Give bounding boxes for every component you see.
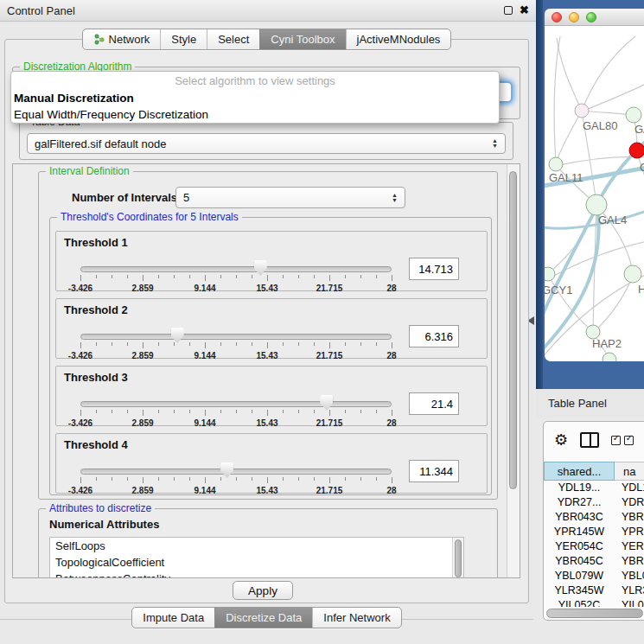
thresholds-group: Threshold's Coordinates for 5 Intervals …: [49, 217, 492, 495]
column-header-name[interactable]: na: [615, 462, 644, 481]
tab-style[interactable]: Style: [160, 29, 207, 49]
slider-thumb[interactable]: [220, 462, 233, 478]
threshold-4-value-field[interactable]: [409, 460, 459, 482]
horizontal-scrollbar[interactable]: [546, 609, 643, 618]
split-view-icon[interactable]: [580, 432, 599, 448]
vertical-scrollbar[interactable]: [507, 164, 520, 577]
popup-option-equal-width-frequency[interactable]: Equal Width/Frequency Discretization: [11, 106, 499, 123]
table-panel-title: Table Panel: [548, 397, 607, 410]
threshold-4-box: Threshold 4 -3.4262.8599.14415.4321.7152…: [55, 433, 488, 494]
threshold-2-slider[interactable]: -3.4262.8599.14415.4321.71528: [80, 330, 392, 360]
list-scrollbar[interactable]: [452, 538, 463, 578]
tab-cyni-toolbox[interactable]: Cyni Toolbox: [259, 29, 345, 49]
network-node[interactable]: [629, 143, 644, 158]
scrollbar-thumb[interactable]: [509, 171, 517, 489]
network-graph[interactable]: GAL80GAL11GAL4GCY1HHAP2GAC: [545, 26, 644, 361]
tab-network[interactable]: Network: [83, 29, 161, 49]
table-rows: YDL19...YDL1YDR27...YDR2YBR043CYBR0YPR14…: [544, 481, 644, 607]
tab-impute-data[interactable]: Impute Data: [132, 608, 214, 628]
attribute-list-item[interactable]: SelfLoops: [50, 538, 463, 554]
network-node-gcy1[interactable]: [545, 267, 555, 281]
table-row[interactable]: YDR27...YDR2: [544, 495, 644, 510]
network-node[interactable]: [603, 353, 616, 361]
threshold-3-label: Threshold 3: [64, 371, 128, 384]
combo-stepper-icon: ▲▼: [487, 138, 498, 149]
tab-discretize-data[interactable]: Discretize Data: [214, 608, 312, 628]
table-data-combo[interactable]: galFiltered.sif default node ▲▼: [27, 133, 506, 154]
network-edge[interactable]: [554, 36, 560, 164]
checkbox-icon[interactable]: [611, 436, 621, 445]
node-label-partial: GA: [634, 123, 644, 136]
slider-thumb[interactable]: [171, 328, 184, 343]
table-panel-card: ⚙ shared... na YDL19...YDL1YDR27...YDR2Y…: [543, 421, 644, 621]
slider-ticks: [80, 342, 392, 349]
slider-track[interactable]: [80, 401, 392, 407]
number-of-intervals-value: 5: [183, 191, 189, 204]
tab-infer-network[interactable]: Infer Network: [312, 608, 400, 628]
threshold-1-value-field[interactable]: [409, 258, 459, 280]
network-node-gal80[interactable]: [575, 104, 589, 118]
table-data-group: Table Data galFiltered.sif default node …: [19, 122, 513, 160]
interval-definition-group: Interval Definition Number of Intervals …: [38, 171, 498, 500]
network-node[interactable]: [626, 107, 641, 123]
threshold-3-slider[interactable]: -3.4262.8599.14415.4321.71528: [80, 398, 392, 427]
algorithm-dropdown-popup: Select algorithm to view settings Manual…: [10, 71, 500, 124]
apply-button[interactable]: Apply: [233, 581, 293, 600]
network-edge[interactable]: [582, 36, 635, 111]
network-node-h[interactable]: [624, 265, 641, 283]
node-label: HAP2: [592, 337, 622, 350]
attribute-list-item[interactable]: TopologicalCoefficient: [50, 554, 463, 571]
network-view-window: GAL80GAL11GAL4GCY1HHAP2GAC: [545, 9, 644, 361]
network-edge[interactable]: [557, 38, 582, 111]
network-window-titlebar[interactable]: [545, 9, 644, 26]
float-window-icon[interactable]: [504, 6, 513, 15]
node-label: GAL80: [583, 119, 617, 132]
popup-option-manual-discretization[interactable]: Manual Discretization: [11, 90, 499, 106]
table-row[interactable]: YDL19...YDL1: [544, 481, 644, 495]
table-toolbar: ⚙: [544, 422, 644, 458]
slider-track[interactable]: [80, 469, 392, 475]
threshold-2-value-field[interactable]: [409, 325, 459, 348]
slider-track[interactable]: [80, 266, 392, 272]
table-row[interactable]: YIL052CYIL0: [544, 598, 644, 607]
threshold-3-value-field[interactable]: [409, 392, 459, 415]
network-edge[interactable]: [556, 111, 582, 163]
bottom-tab-bar: Impute Data Discretize Data Infer Networ…: [0, 607, 533, 628]
threshold-1-slider[interactable]: -3.4262.8599.14415.4321.71528: [80, 263, 392, 292]
slider-thumb[interactable]: [254, 260, 267, 276]
network-canvas[interactable]: GAL80GAL11GAL4GCY1HHAP2GAC: [545, 26, 644, 361]
number-of-intervals-combo[interactable]: 5 ▲▼: [175, 187, 405, 208]
table-row[interactable]: YER054CYER0: [544, 539, 644, 554]
network-node-gal4[interactable]: [586, 194, 607, 215]
numerical-attributes-heading: Numerical Attributes: [49, 518, 159, 531]
slider-tick-labels: -3.4262.8599.14415.4321.71528: [80, 486, 392, 496]
table-row[interactable]: YLR345WYLR3: [544, 583, 644, 598]
scrollbar-thumb[interactable]: [546, 609, 643, 618]
gear-icon[interactable]: ⚙: [554, 432, 568, 448]
thresholds-group-title: Threshold's Coordinates for 5 Intervals: [57, 211, 242, 223]
minimize-traffic-light-icon[interactable]: [569, 12, 579, 22]
close-icon[interactable]: ✖: [520, 6, 529, 15]
close-traffic-light-icon[interactable]: [552, 12, 562, 22]
table-row[interactable]: YPR145WYPR1: [544, 525, 644, 539]
table-row[interactable]: YBR045CYBR0: [544, 554, 644, 569]
tab-jactivemnodules[interactable]: jActiveMNodules: [346, 29, 451, 49]
table-row[interactable]: YBL079WYBL0: [544, 569, 644, 583]
table-row[interactable]: YBR043CYBR0: [544, 510, 644, 525]
threshold-1-label: Threshold 1: [64, 236, 128, 249]
checkbox-icon[interactable]: [624, 436, 634, 445]
attribute-list-item[interactable]: BetweennessCentrality: [50, 571, 463, 578]
network-edge[interactable]: [549, 207, 596, 273]
node-label: GCY1: [545, 284, 572, 296]
threshold-4-slider[interactable]: -3.4262.8599.14415.4321.71528: [80, 465, 392, 494]
zoom-traffic-light-icon[interactable]: [586, 12, 596, 22]
threshold-2-label: Threshold 2: [64, 303, 128, 316]
numerical-attributes-list[interactable]: SelfLoopsTopologicalCoefficientBetweenne…: [49, 537, 464, 578]
tab-select[interactable]: Select: [207, 29, 259, 49]
network-icon: [93, 34, 105, 45]
slider-ticks: [80, 275, 392, 282]
column-header-shared-name[interactable]: shared...: [544, 462, 615, 481]
slider-track[interactable]: [80, 334, 392, 340]
network-node-gal11[interactable]: [549, 157, 563, 171]
slider-thumb[interactable]: [320, 395, 333, 411]
